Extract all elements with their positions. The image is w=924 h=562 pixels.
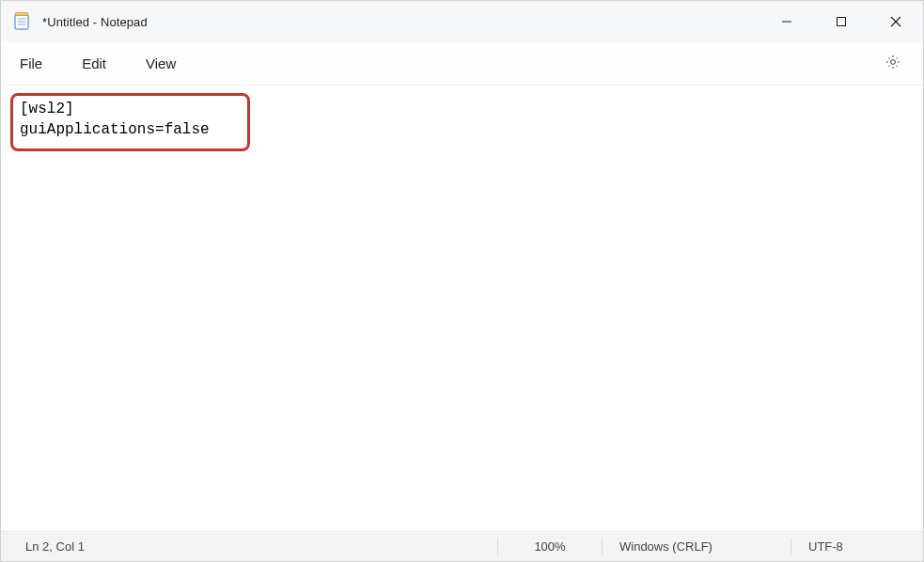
settings-button[interactable] [876,47,910,81]
window-controls [760,1,923,42]
svg-point-9 [891,59,896,64]
title-bar[interactable]: *Untitled - Notepad [1,1,923,42]
editor-content[interactable]: [wsl2] guiApplications=false [20,99,210,140]
status-line-ending: Windows (CRLF) [603,532,791,561]
status-bar: Ln 2, Col 1 100% Windows (CRLF) UTF-8 [1,531,923,561]
menu-file[interactable]: File [8,48,54,79]
status-cursor-position: Ln 2, Col 1 [1,532,497,561]
minimize-button[interactable] [760,1,814,42]
svg-rect-6 [838,18,846,26]
menu-bar: File Edit View [1,42,923,86]
status-zoom[interactable]: 100% [498,532,602,561]
menu-edit[interactable]: Edit [70,48,117,79]
notepad-window: *Untitled - Notepad File Edit View [0,0,924,562]
editor-area[interactable]: [wsl2] guiApplications=false [1,86,923,531]
gear-icon [885,54,901,74]
svg-rect-1 [15,13,28,16]
close-button[interactable] [869,1,923,42]
window-title: *Untitled - Notepad [42,15,148,29]
status-encoding: UTF-8 [791,532,923,561]
maximize-button[interactable] [814,1,869,42]
notepad-app-icon [12,12,31,31]
menu-view[interactable]: View [134,48,187,79]
